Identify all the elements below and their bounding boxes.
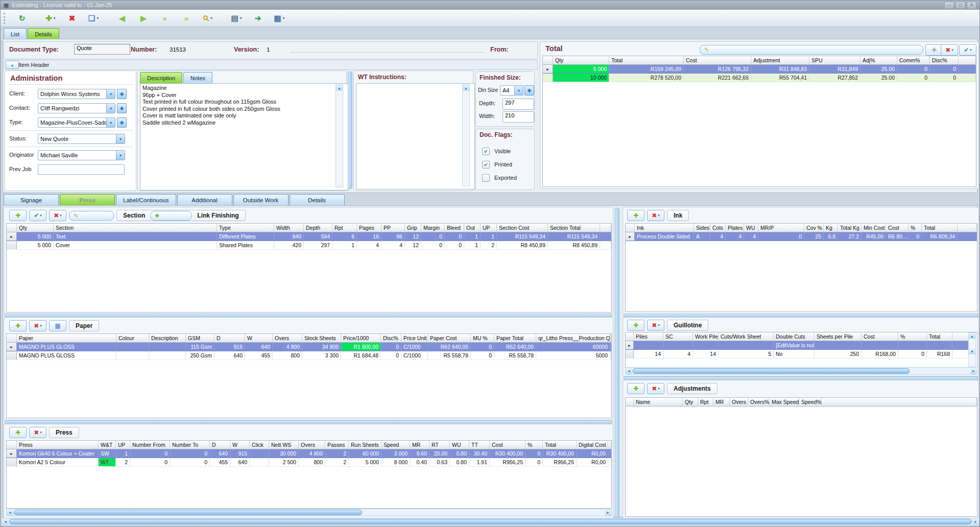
scroll-right-icon[interactable]: ► (970, 368, 977, 374)
grid-cell[interactable]: 4 (357, 241, 381, 250)
column-header[interactable]: D (210, 441, 230, 449)
grid-cell[interactable]: 12 (405, 241, 421, 250)
chevron-down-icon[interactable]: ▾ (240, 16, 242, 20)
delete-section-button[interactable]: ✖▾ (49, 210, 66, 221)
column-header[interactable]: Piles (634, 332, 663, 341)
column-header[interactable]: Press (17, 441, 99, 449)
tab-details[interactable]: Details (28, 28, 59, 39)
row-indicator[interactable]: ► (626, 341, 634, 350)
total-add-button[interactable]: ✚ (925, 44, 943, 56)
grid-cell[interactable]: MAGNO PLUS GLOSS (17, 343, 116, 351)
chevron-down-icon[interactable]: ▾ (106, 89, 115, 99)
grid-cell[interactable]: R5 558,78 (428, 351, 471, 360)
column-header[interactable]: UP (116, 441, 130, 449)
column-header[interactable]: Cuts/Work Sheet (719, 332, 774, 341)
grid-cell[interactable]: Komori G640 5 Colour + Coater (17, 449, 99, 458)
grid-cell[interactable]: 915 (214, 343, 245, 351)
column-header[interactable]: Stock Sheets (302, 334, 341, 343)
grid-button[interactable]: ▦▾ (269, 11, 290, 25)
grid-cell[interactable]: Cover (54, 241, 217, 250)
column-header[interactable]: Disc% (381, 334, 401, 343)
tab-description[interactable]: Description (140, 72, 182, 83)
tab-list[interactable]: List (4, 28, 27, 39)
grid-cell[interactable]: 0 (130, 449, 170, 458)
grid-cell[interactable]: 14 (693, 350, 719, 358)
search-button[interactable]: ⚲▾ (197, 11, 219, 25)
chevron-down-icon[interactable]: ▾ (658, 213, 660, 218)
document-type-field[interactable]: Quote (74, 44, 130, 55)
table-row[interactable]: 10 000R278 520,00R221 662,65R55 704,41R2… (543, 74, 976, 82)
column-header[interactable]: Qty (17, 224, 54, 232)
grid-cell[interactable] (815, 341, 862, 350)
grid-cell[interactable]: No (774, 350, 815, 358)
grid-cell[interactable]: R1 684,48 (341, 351, 381, 360)
grid-cell[interactable]: R30 400,00 (543, 449, 577, 458)
grid-cell[interactable]: R0,00 (577, 458, 608, 467)
grid-cell[interactable]: 0 (170, 458, 210, 467)
column-header[interactable]: Price/1000 (341, 334, 381, 343)
column-header[interactable]: Bleed (445, 224, 464, 232)
depth-field[interactable]: 297 (503, 99, 534, 110)
grid-cell[interactable] (898, 341, 927, 350)
grid-cell[interactable]: 640 (214, 351, 245, 360)
grid-cell[interactable]: R6 809,34 (922, 232, 958, 241)
grid-cell[interactable]: 0 (421, 241, 445, 250)
grid-cell[interactable]: 0.40 (410, 458, 429, 467)
tab-signage[interactable]: Signage (4, 194, 59, 205)
grid-cell[interactable]: 14 (634, 350, 663, 358)
column-header[interactable]: Kg (824, 224, 838, 232)
chevron-down-icon[interactable]: ▾ (40, 430, 42, 435)
grid-cell[interactable]: 34 800 (302, 343, 341, 351)
grid-cell[interactable] (663, 341, 693, 350)
column-header[interactable]: Number From (130, 441, 170, 449)
column-header[interactable]: Overs (730, 398, 748, 406)
grid-cell[interactable]: 0 (471, 351, 494, 360)
scroll-left-icon[interactable]: ◄ (2, 518, 9, 525)
chevron-down-icon[interactable]: ▾ (40, 324, 42, 328)
grid-cell[interactable]: 60000 (536, 343, 610, 351)
grid-cell[interactable]: 16 (357, 232, 381, 241)
grid-cell[interactable]: 1.91 (469, 458, 490, 467)
export-button[interactable]: ➔ (247, 11, 269, 25)
delete-button[interactable]: ✖ (61, 11, 83, 25)
add-ink-button[interactable]: ✚ (627, 210, 644, 221)
grid-cell[interactable]: 2 (325, 449, 349, 458)
chevron-down-icon[interactable]: ▾ (60, 213, 62, 218)
grid-cell[interactable]: 0 (897, 65, 930, 74)
delete-ink-button[interactable]: ✖▾ (647, 210, 664, 221)
grid-cell[interactable]: 5000 (536, 351, 610, 360)
total-confirm-button[interactable]: ✔▾ (959, 44, 976, 56)
grid-cell[interactable]: 0 (471, 343, 494, 351)
column-header[interactable]: Cov % (804, 224, 824, 232)
column-header[interactable]: Rpt (698, 398, 713, 406)
row-indicator[interactable] (626, 350, 634, 358)
back-button[interactable]: ◀ (111, 11, 133, 25)
columns-icon[interactable]: ▦ (49, 320, 66, 331)
column-header[interactable]: Section Total (548, 224, 600, 232)
grid-cell[interactable]: 4 800 (273, 343, 302, 351)
grid-cell[interactable]: WT (99, 458, 116, 467)
column-header[interactable]: SC (663, 332, 693, 341)
column-header[interactable]: Rpt (332, 224, 357, 232)
column-header[interactable]: GSM (186, 334, 214, 343)
column-header[interactable]: WU (450, 441, 469, 449)
grid-cell[interactable]: 0 (381, 343, 401, 351)
grid-cell[interactable]: R126 795,32 (684, 65, 751, 74)
grid-cell[interactable]: R0,00 (577, 449, 608, 458)
add-din-size-button[interactable]: ✚ (524, 85, 534, 95)
column-header[interactable]: PP (381, 224, 405, 232)
scroll-up-icon[interactable]: ▲ (969, 333, 975, 339)
scroll-left-icon[interactable]: ◄ (7, 509, 13, 516)
add-paper-button[interactable]: ✚ (9, 320, 27, 331)
column-header[interactable]: Disc% (930, 56, 959, 65)
column-header[interactable]: Paper Cost (428, 334, 471, 343)
table-row[interactable]: ►[EditValue is null] (626, 341, 970, 350)
originator-combo[interactable]: Michael Saville▾ (38, 150, 125, 160)
grid-cell[interactable]: 9.60 (410, 449, 429, 458)
delete-press-button[interactable]: ✖▾ (29, 427, 46, 438)
table-row[interactable]: ►5 000R159 245,00R126 795,32R31 848,83R3… (543, 65, 976, 74)
grid-cell[interactable]: Shared Plates (217, 241, 274, 250)
column-header[interactable]: Cost (862, 332, 898, 341)
wt-scrollbar[interactable]: ▲ (462, 84, 470, 186)
grid-cell[interactable]: 455 (245, 351, 273, 360)
